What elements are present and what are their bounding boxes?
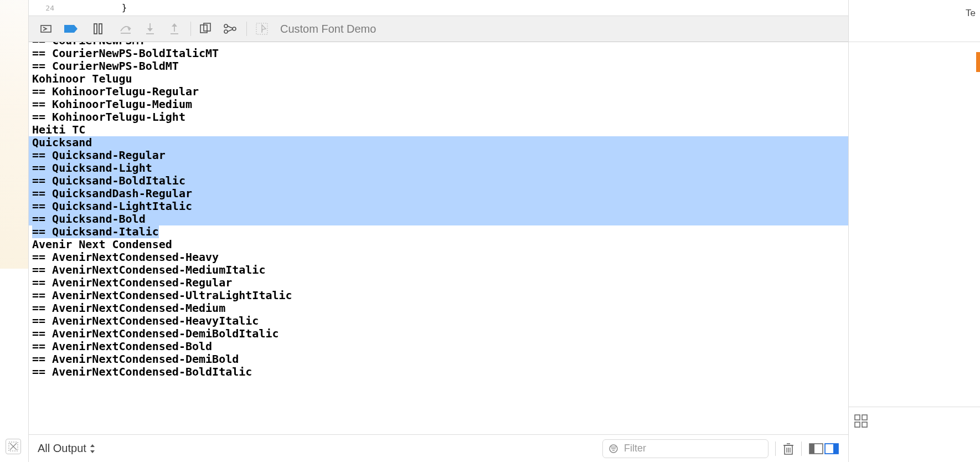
pause-button[interactable] bbox=[89, 19, 107, 38]
code-text[interactable]: } bbox=[61, 3, 127, 13]
simulate-location-button[interactable] bbox=[252, 19, 271, 38]
toolbar-separator bbox=[190, 22, 191, 36]
console-line[interactable]: == AvenirNextCondensed-Heavy bbox=[29, 251, 848, 264]
svg-point-18 bbox=[233, 27, 236, 30]
toolbar-separator bbox=[246, 22, 247, 36]
filter-input[interactable] bbox=[623, 442, 762, 455]
console-line[interactable]: Kohinoor Telugu bbox=[29, 73, 848, 85]
console-line[interactable]: == AvenirNextCondensed-Bold bbox=[29, 340, 848, 353]
gutter-fade-bg bbox=[0, 0, 28, 269]
editor-strip[interactable]: 24 } bbox=[29, 0, 848, 16]
console-line[interactable]: == Quicksand-Light bbox=[29, 162, 848, 174]
console-line[interactable]: == AvenirNextCondensed-UltraLightItalic bbox=[29, 289, 848, 302]
step-out-button[interactable] bbox=[165, 19, 184, 38]
svg-marker-23 bbox=[90, 450, 95, 453]
svg-rect-38 bbox=[855, 415, 860, 420]
filter-icon bbox=[608, 444, 618, 454]
svg-point-17 bbox=[224, 30, 228, 33]
svg-rect-41 bbox=[862, 422, 867, 427]
svg-point-16 bbox=[224, 24, 228, 28]
console-line[interactable]: == Quicksand-Bold bbox=[29, 213, 848, 225]
svg-marker-9 bbox=[147, 28, 153, 32]
console-line[interactable]: == KohinoorTelugu-Regular bbox=[29, 85, 848, 98]
show-variables-pane-button[interactable] bbox=[808, 442, 824, 455]
updown-icon bbox=[90, 444, 95, 453]
console-line[interactable]: == KohinoorTelugu-Light bbox=[29, 111, 848, 124]
console-line[interactable]: == CourierNewPS-BoldMT bbox=[29, 60, 848, 73]
console-bottom-bar: All Output bbox=[29, 434, 848, 462]
right-sidebar: Te bbox=[848, 0, 980, 462]
console-line[interactable]: == QuicksandDash-Regular bbox=[29, 187, 848, 200]
svg-marker-12 bbox=[172, 23, 177, 27]
svg-marker-22 bbox=[90, 444, 95, 447]
clear-console-button[interactable] bbox=[782, 442, 795, 455]
toggle-breakpoints-button[interactable] bbox=[37, 19, 55, 38]
no-selection-icon[interactable] bbox=[6, 439, 21, 454]
console-line[interactable]: == AvenirNextCondensed-Regular bbox=[29, 276, 848, 289]
svg-rect-39 bbox=[862, 415, 867, 420]
svg-line-20 bbox=[228, 29, 233, 32]
svg-rect-4 bbox=[94, 24, 97, 34]
console-line[interactable]: == Quicksand-BoldItalic bbox=[29, 174, 848, 187]
process-name-label[interactable]: Custom Font Demo bbox=[280, 23, 376, 35]
debug-toolbar: Custom Font Demo bbox=[29, 16, 848, 42]
filter-box[interactable] bbox=[602, 439, 768, 458]
console-line[interactable]: == KohinoorTelugu-Medium bbox=[29, 98, 848, 111]
bottombar-separator bbox=[775, 442, 776, 456]
svg-rect-37 bbox=[833, 444, 838, 454]
right-sidebar-body[interactable] bbox=[849, 42, 980, 407]
bottombar-separator bbox=[801, 442, 802, 456]
line-number: 24 bbox=[34, 4, 61, 12]
svg-rect-5 bbox=[99, 24, 102, 34]
console-output[interactable]: == CourierNewPSMT== CourierNewPS-BoldIta… bbox=[29, 42, 848, 434]
console-line[interactable]: == Quicksand-Italic bbox=[29, 225, 848, 238]
output-scope-label: All Output bbox=[38, 442, 86, 455]
right-sidebar-header: Te bbox=[849, 0, 980, 42]
console-line[interactable]: == CourierNewPS-BoldItalicMT bbox=[29, 47, 848, 60]
debug-memory-graph-button[interactable] bbox=[221, 19, 240, 38]
scroll-indicator bbox=[976, 52, 980, 72]
svg-rect-35 bbox=[809, 444, 814, 454]
debug-view-hierarchy-button[interactable] bbox=[197, 19, 215, 38]
step-into-button[interactable] bbox=[141, 19, 159, 38]
show-console-pane-button[interactable] bbox=[824, 442, 839, 455]
console-line[interactable]: == AvenirNextCondensed-DemiBoldItalic bbox=[29, 327, 848, 340]
right-top-label: Te bbox=[966, 8, 976, 19]
grid-icon[interactable] bbox=[854, 414, 868, 428]
svg-rect-40 bbox=[855, 422, 860, 427]
console-line[interactable]: == AvenirNextCondensed-MediumItalic bbox=[29, 264, 848, 276]
output-scope-selector[interactable]: All Output bbox=[38, 442, 95, 455]
left-gutter bbox=[0, 0, 29, 462]
continue-button[interactable] bbox=[61, 19, 80, 38]
console-line[interactable]: Heiti TC bbox=[29, 124, 848, 136]
console-line[interactable]: Quicksand bbox=[29, 136, 848, 149]
console-line[interactable]: == AvenirNextCondensed-DemiBold bbox=[29, 353, 848, 366]
console-line[interactable]: Avenir Next Condensed bbox=[29, 238, 848, 251]
console-line[interactable]: == Quicksand-Regular bbox=[29, 149, 848, 162]
console-line[interactable]: == AvenirNextCondensed-HeavyItalic bbox=[29, 315, 848, 327]
console-line[interactable]: == AvenirNextCondensed-Medium bbox=[29, 302, 848, 315]
console-line[interactable]: == Quicksand-LightItalic bbox=[29, 200, 848, 213]
right-sidebar-footer bbox=[849, 407, 980, 434]
svg-line-19 bbox=[228, 26, 233, 28]
console-line[interactable]: == AvenirNextCondensed-BoldItalic bbox=[29, 366, 848, 378]
step-over-button[interactable] bbox=[116, 19, 135, 38]
